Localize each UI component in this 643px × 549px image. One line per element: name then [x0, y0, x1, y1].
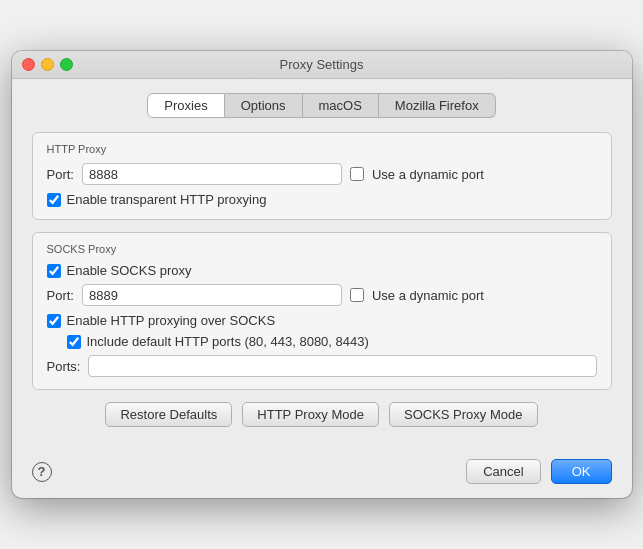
tab-macos[interactable]: macOS [303, 93, 379, 118]
http-dynamic-port-label: Use a dynamic port [372, 167, 484, 182]
http-port-input[interactable] [82, 163, 342, 185]
close-button[interactable] [22, 58, 35, 71]
tab-options[interactable]: Options [225, 93, 303, 118]
socks-enable-row: Enable SOCKS proxy [47, 263, 597, 278]
tab-proxies[interactable]: Proxies [147, 93, 224, 118]
http-port-row: Port: Use a dynamic port [47, 163, 597, 185]
http-transparent-row: Enable transparent HTTP proxying [47, 192, 597, 207]
tab-firefox[interactable]: Mozilla Firefox [379, 93, 496, 118]
http-transparent-label: Enable transparent HTTP proxying [67, 192, 267, 207]
http-transparent-checkbox[interactable] [47, 193, 61, 207]
restore-defaults-button[interactable]: Restore Defaults [105, 402, 232, 427]
http-port-label: Port: [47, 167, 74, 182]
maximize-button[interactable] [60, 58, 73, 71]
socks-default-ports-label: Include default HTTP ports (80, 443, 808… [87, 334, 369, 349]
footer-right-buttons: Cancel OK [466, 459, 611, 484]
socks-proxy-section: SOCKS Proxy Enable SOCKS proxy Port: Use… [32, 232, 612, 390]
cancel-button[interactable]: Cancel [466, 459, 540, 484]
footer: ? Cancel OK [12, 451, 632, 498]
socks-port-label: Port: [47, 288, 74, 303]
socks-ports-label: Ports: [47, 359, 81, 374]
window-title: Proxy Settings [280, 57, 364, 72]
minimize-button[interactable] [41, 58, 54, 71]
socks-port-row: Port: Use a dynamic port [47, 284, 597, 306]
socks-proxy-mode-button[interactable]: SOCKS Proxy Mode [389, 402, 538, 427]
socks-dynamic-port-label: Use a dynamic port [372, 288, 484, 303]
titlebar: Proxy Settings [12, 51, 632, 79]
socks-http-over-socks-row: Enable HTTP proxying over SOCKS [47, 313, 597, 328]
http-proxy-label: HTTP Proxy [47, 143, 597, 155]
ok-button[interactable]: OK [551, 459, 612, 484]
main-content: Proxies Options macOS Mozilla Firefox HT… [12, 79, 632, 451]
socks-default-ports-row: Include default HTTP ports (80, 443, 808… [67, 334, 597, 349]
http-proxy-section: HTTP Proxy Port: Use a dynamic port Enab… [32, 132, 612, 220]
help-button[interactable]: ? [32, 462, 52, 482]
socks-enable-label: Enable SOCKS proxy [67, 263, 192, 278]
socks-proxy-label: SOCKS Proxy [47, 243, 597, 255]
proxy-settings-window: Proxy Settings Proxies Options macOS Moz… [12, 51, 632, 498]
socks-http-over-socks-checkbox[interactable] [47, 314, 61, 328]
socks-ports-input-row: Ports: [47, 355, 597, 377]
socks-ports-input[interactable] [88, 355, 596, 377]
socks-http-over-socks-label: Enable HTTP proxying over SOCKS [67, 313, 276, 328]
socks-enable-checkbox[interactable] [47, 264, 61, 278]
tab-bar: Proxies Options macOS Mozilla Firefox [32, 93, 612, 118]
http-dynamic-port-checkbox[interactable] [350, 167, 364, 181]
titlebar-buttons [22, 58, 73, 71]
socks-default-ports-checkbox[interactable] [67, 335, 81, 349]
socks-dynamic-port-checkbox[interactable] [350, 288, 364, 302]
action-buttons: Restore Defaults HTTP Proxy Mode SOCKS P… [32, 402, 612, 427]
http-proxy-mode-button[interactable]: HTTP Proxy Mode [242, 402, 379, 427]
socks-port-input[interactable] [82, 284, 342, 306]
